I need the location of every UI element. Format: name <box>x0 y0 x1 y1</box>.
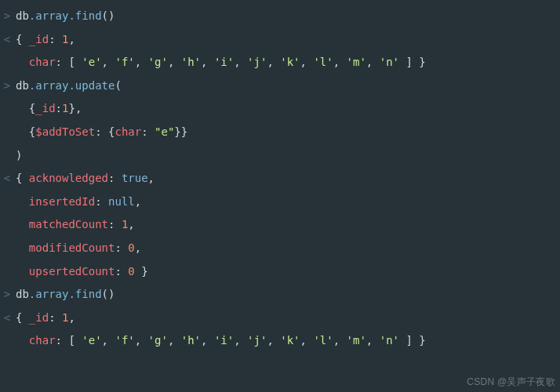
code-content: char: [ 'e', 'f', 'g', 'h', 'i', 'j', 'k… <box>14 55 560 71</box>
token: , <box>234 334 247 347</box>
token: null <box>108 195 135 208</box>
token: 'e' <box>82 56 101 68</box>
code-line: {_id:1}, <box>0 97 560 121</box>
token: ) <box>16 149 22 162</box>
token: ] } <box>399 56 426 68</box>
token: _id <box>35 102 55 114</box>
token: _id <box>29 33 49 45</box>
token: : <box>56 102 62 114</box>
token: , <box>333 56 347 68</box>
code-content: {_id:1}, <box>14 101 560 117</box>
token: 'k' <box>280 56 300 68</box>
code-content: char: [ 'e', 'f', 'g', 'h', 'i', 'j', 'k… <box>14 333 560 349</box>
prompt-input-icon: > <box>0 287 14 303</box>
token <box>16 334 29 347</box>
token: { <box>16 102 35 114</box>
token: , <box>135 241 141 254</box>
token: , <box>366 56 380 68</box>
code-content: { _id: 1, <box>14 310 560 326</box>
token <box>16 241 29 254</box>
token: , <box>128 218 134 230</box>
code-content: {$addToSet: {char: "e"}} <box>14 125 560 140</box>
code-line: char: [ 'e', 'f', 'g', 'h', 'i', 'j', 'k… <box>0 51 560 74</box>
token: , <box>366 334 380 347</box>
token: ( <box>115 79 121 92</box>
token: char <box>115 125 141 138</box>
code-line: >db.array.find() <box>0 5 560 28</box>
token: , <box>333 334 347 347</box>
token: , <box>300 56 314 68</box>
token: db <box>16 9 29 22</box>
token: 'j' <box>247 56 267 68</box>
token: 'l' <box>313 56 333 68</box>
token: 'g' <box>148 56 168 68</box>
token: , <box>68 311 75 324</box>
token: "e" <box>155 125 174 138</box>
token: 'k' <box>280 334 300 347</box>
token: , <box>201 334 214 347</box>
code-line: matchedCount: 1, <box>0 213 560 237</box>
token: true <box>122 172 148 184</box>
token: upsertedCount <box>29 265 115 278</box>
token: , <box>300 334 314 347</box>
token: }, <box>68 102 82 114</box>
token: $addToSet <box>35 125 95 138</box>
token: 'm' <box>347 56 366 68</box>
code-content: { _id: 1, <box>14 32 560 48</box>
token: { <box>16 33 29 45</box>
code-line: modifiedCount: 0, <box>0 237 560 260</box>
token: : <box>49 33 62 45</box>
token: ] } <box>399 334 426 347</box>
prompt-input-icon: > <box>0 78 14 94</box>
token: .array.update <box>29 79 115 92</box>
token: : <box>95 195 108 208</box>
token: 'g' <box>148 334 168 347</box>
code-content: db.array.find() <box>14 9 560 24</box>
token: , <box>102 56 115 68</box>
code-line: insertedId: null, <box>0 191 560 214</box>
token: () <box>102 9 115 22</box>
token: 'h' <box>181 56 201 68</box>
token: : <box>108 218 122 230</box>
code-content: ) <box>14 148 560 164</box>
token: () <box>102 288 115 300</box>
token: 'h' <box>181 334 201 347</box>
code-content: modifiedCount: 0, <box>14 241 560 256</box>
token <box>16 195 29 208</box>
token: modifiedCount <box>29 241 115 254</box>
prompt-output-icon: < <box>0 310 14 326</box>
token: : [ <box>56 56 82 68</box>
token: , <box>148 172 155 184</box>
token: , <box>135 334 148 347</box>
token: 'f' <box>115 334 134 347</box>
token: , <box>135 56 148 68</box>
token: : <box>141 125 155 138</box>
code-content: { acknowledged: true, <box>14 171 560 187</box>
prompt-output-icon: < <box>0 171 14 187</box>
code-content: upsertedCount: 0 } <box>14 264 560 280</box>
token: .array.find <box>29 9 102 22</box>
code-line: {$addToSet: {char: "e"}} <box>0 121 560 144</box>
code-line: ) <box>0 144 560 168</box>
token: 0 <box>128 265 134 278</box>
code-line: char: [ 'e', 'f', 'g', 'h', 'i', 'j', 'k… <box>0 329 560 353</box>
token: db <box>16 288 29 300</box>
token: , <box>168 56 181 68</box>
token: insertedId <box>29 195 95 208</box>
token: : <box>115 241 128 254</box>
token: { <box>16 172 29 184</box>
code-content: db.array.update( <box>14 78 560 94</box>
code-line: <{ acknowledged: true, <box>0 167 560 191</box>
token: { <box>16 125 35 138</box>
token: 'i' <box>214 56 234 68</box>
code-line: >db.array.find() <box>0 283 560 307</box>
token: matchedCount <box>29 218 108 230</box>
code-line: <{ _id: 1, <box>0 307 560 330</box>
token <box>16 218 29 230</box>
token: db <box>16 79 29 92</box>
token: 'e' <box>82 334 101 347</box>
token: , <box>135 195 141 208</box>
token: 'i' <box>214 334 234 347</box>
token: , <box>267 334 280 347</box>
token: : <box>115 265 128 278</box>
